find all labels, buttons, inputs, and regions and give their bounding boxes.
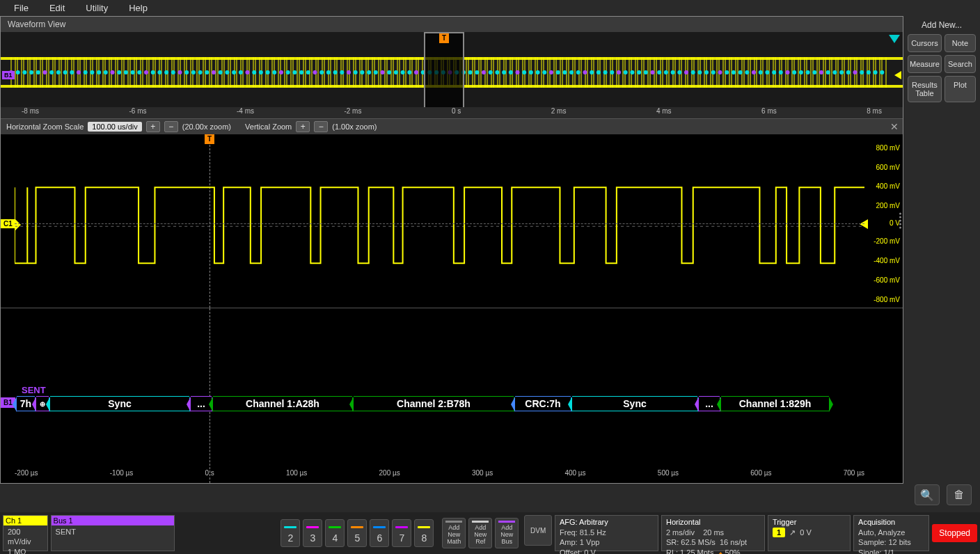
svg-point-402 [819, 70, 823, 74]
bus-decode-pane[interactable]: SENT B1 7h ⊕ Sync...Channel 1:A28hChanne… [1, 308, 903, 483]
overview-zoom-window[interactable] [424, 32, 464, 116]
channel-1-badge[interactable]: C1 [1, 219, 15, 228]
horiz-header: Horizontal [666, 518, 760, 526]
results-table-button[interactable]: Results Table [908, 76, 942, 102]
svg-point-320 [266, 70, 270, 74]
horizontal-panel[interactable]: Horizontal 2 ms/div 20 ms SR: 62.5 MS/s … [661, 515, 765, 551]
overview-bus-badge: B1 [2, 71, 15, 79]
svg-point-380 [671, 70, 675, 74]
acq-row3: Single: 1/1 [858, 548, 924, 554]
channel-7-button[interactable]: 7 [392, 519, 411, 547]
svg-point-340 [401, 70, 405, 74]
svg-point-362 [549, 70, 553, 74]
zoom-waveform-svg [15, 134, 864, 319]
bus-segment: Channel 1:829h [721, 396, 829, 411]
cursors-button[interactable]: Cursors [908, 34, 942, 52]
trash-button[interactable]: 🗑 [947, 484, 972, 505]
rising-edge-icon: ↗ [789, 528, 796, 537]
add-buttons: AddNewMathAddNewRefAddNewBus [439, 515, 521, 551]
add-new-math-button[interactable]: AddNewMath [442, 518, 466, 548]
svg-point-288 [49, 70, 54, 74]
vzoom-plus-button[interactable]: + [296, 121, 310, 132]
svg-point-310 [198, 70, 203, 74]
channel-1-panel[interactable]: Ch 1 200 mV/div 1 MΩ 500 MHz ᴮ [3, 515, 48, 551]
svg-point-342 [414, 70, 418, 74]
channel-3-button[interactable]: 3 [303, 519, 322, 547]
menu-utility[interactable]: Utility [86, 3, 108, 13]
afg-amp: Amp: 1 Vpp [560, 537, 654, 547]
search-button[interactable]: Search [945, 55, 976, 73]
svg-point-341 [407, 70, 411, 74]
svg-point-369 [596, 70, 601, 74]
ch1-scale: 200 mV/div [8, 527, 43, 547]
bus-1-panel[interactable]: Bus 1 SENT [51, 515, 175, 551]
vzoom-minus-button[interactable]: − [314, 121, 328, 132]
svg-point-383 [691, 70, 695, 74]
channel-6-button[interactable]: 6 [370, 519, 389, 547]
acquisition-panel[interactable]: Acquisition Auto, Analyze Sample: 12 bit… [853, 515, 929, 551]
overview-trigger-marker[interactable]: T [439, 33, 449, 43]
svg-point-397 [786, 70, 790, 74]
svg-point-314 [225, 70, 229, 74]
hzoom-plus-button[interactable]: + [146, 121, 160, 132]
note-button[interactable]: Note [945, 34, 976, 52]
menu-help[interactable]: Help [129, 3, 148, 13]
svg-point-392 [752, 70, 756, 74]
channel-8-button[interactable]: 8 [414, 519, 434, 547]
channel-4-button[interactable]: 4 [325, 519, 345, 547]
waveform-view-title: Waveform View [1, 17, 903, 32]
trigger-panel[interactable]: Trigger 1 ↗ 0 V [768, 515, 851, 551]
menu-file[interactable]: File [14, 3, 29, 13]
add-new-label: Add New... [908, 20, 976, 30]
svg-point-411 [880, 70, 884, 74]
svg-point-387 [718, 70, 722, 74]
pane-resize-handle[interactable] [898, 212, 903, 230]
menu-edit[interactable]: Edit [49, 3, 65, 13]
add-new-bus-button[interactable]: AddNewBus [495, 518, 519, 548]
zoom-close-button[interactable]: ✕ [890, 121, 899, 132]
svg-point-370 [603, 70, 608, 74]
bottom-bar: Ch 1 200 mV/div 1 MΩ 500 MHz ᴮ Bus 1 SEN… [0, 512, 980, 554]
zoom-tool-button[interactable]: 🔍 [915, 484, 940, 505]
svg-point-409 [867, 70, 871, 74]
svg-point-406 [846, 70, 851, 74]
measure-button[interactable]: Measure [908, 55, 942, 73]
plot-button[interactable]: Plot [945, 76, 976, 102]
add-new-ref-button[interactable]: AddNewRef [468, 518, 492, 548]
dvm-button[interactable]: DVM [524, 515, 552, 546]
hzoom-minus-button[interactable]: − [164, 121, 178, 132]
channel-5-button[interactable]: 5 [347, 519, 367, 547]
svg-point-308 [184, 70, 189, 74]
svg-point-359 [529, 70, 533, 74]
svg-point-396 [779, 70, 783, 74]
zoom-waveform-pane[interactable]: T C1 800 mV600 mV400 mV200 mV0 V-200 mV-… [1, 134, 903, 309]
svg-point-390 [738, 70, 743, 74]
hzoom-value[interactable]: 100.00 us/div [88, 122, 141, 132]
overview-pane[interactable]: T B1 -8 ms-6 ms-4 ms-2 ms0 s2 ms4 ms6 ms… [1, 32, 903, 119]
channel-2-button[interactable]: 2 [280, 519, 300, 547]
bus-decode-row: 7h ⊕ Sync...Channel 1:A28hChannel 2:B78h… [16, 395, 897, 412]
afg-panel[interactable]: AFG: Arbitrary Freq: 81.5 Hz Amp: 1 Vpp … [555, 515, 658, 551]
svg-point-395 [772, 70, 776, 74]
svg-point-379 [664, 70, 668, 74]
run-stop-button[interactable]: Stopped [932, 524, 977, 542]
horiz-row2: SR: 62.5 MS/s 16 ns/pt [666, 537, 760, 547]
bus1-protocol: SENT [56, 527, 171, 537]
svg-point-337 [381, 70, 385, 74]
y-axis-labels: 800 mV600 mV400 mV200 mV0 V-200 mV-400 m… [865, 134, 900, 308]
svg-point-332 [347, 70, 351, 74]
svg-point-373 [624, 70, 628, 74]
svg-point-374 [630, 70, 634, 74]
menubar: File Edit Utility Help [0, 0, 980, 16]
svg-point-357 [516, 70, 520, 74]
svg-point-354 [495, 70, 499, 74]
svg-point-301 [137, 70, 141, 74]
svg-point-324 [292, 70, 297, 74]
ch1-header: Ch 1 [3, 516, 47, 525]
svg-point-292 [77, 70, 81, 74]
svg-point-297 [111, 70, 115, 74]
svg-point-294 [90, 70, 94, 74]
bus-segment: Channel 2:B78h [354, 396, 514, 411]
svg-point-318 [252, 70, 256, 74]
svg-point-361 [542, 70, 546, 74]
